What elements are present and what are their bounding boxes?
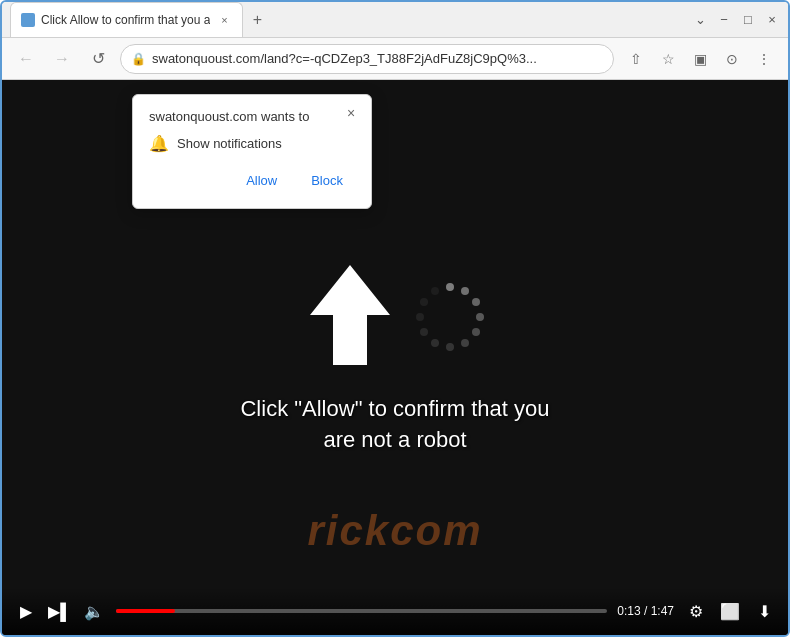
arrow-loader-row [305, 260, 485, 374]
menu-icon[interactable]: ⋮ [750, 45, 778, 73]
popup-title: swatonquoust.com wants to [149, 109, 355, 124]
bell-icon: 🔔 [149, 134, 169, 153]
play-button[interactable]: ▶ [14, 599, 38, 623]
bookmark-icon[interactable]: ☆ [654, 45, 682, 73]
next-button[interactable]: ▶▌ [48, 599, 72, 623]
theater-mode-button[interactable]: ⬜ [718, 599, 742, 623]
address-bar: ← → ↺ 🔒 swatonquoust.com/land?c=-qCDZep3… [2, 38, 788, 80]
video-player: rickcom Click "Allow" to confirm that yo… [2, 80, 788, 635]
tab-bar: Click Allow to confirm that you a × + [10, 2, 688, 37]
tab-close-button[interactable]: × [216, 12, 232, 28]
title-bar: Click Allow to confirm that you a × + ⌄ … [2, 2, 788, 38]
svg-marker-0 [310, 265, 390, 365]
url-text: swatonquoust.com/land?c=-qCDZep3_TJ88F2j… [152, 51, 603, 66]
profile-icon[interactable]: ⊙ [718, 45, 746, 73]
up-arrow-icon [305, 260, 395, 374]
back-button[interactable]: ← [12, 45, 40, 73]
progress-bar[interactable] [116, 609, 607, 613]
video-right-controls: ⚙ ⬜ ⬇ [684, 599, 776, 623]
video-caption: Click "Allow" to confirm that you are no… [240, 394, 549, 456]
allow-button[interactable]: Allow [234, 167, 289, 194]
popup-buttons: Allow Block [149, 167, 355, 194]
popup-close-button[interactable]: × [341, 103, 361, 123]
share-icon[interactable]: ⇧ [622, 45, 650, 73]
settings-button[interactable]: ⚙ [684, 599, 708, 623]
progress-fill [116, 609, 175, 613]
maximize-button[interactable]: □ [740, 12, 756, 28]
forward-button[interactable]: → [48, 45, 76, 73]
video-watermark: rickcom [307, 507, 482, 555]
notification-permission-popup: × swatonquoust.com wants to 🔔 Show notif… [132, 94, 372, 209]
window-controls: ⌄ − □ × [692, 12, 780, 28]
video-center-content: Click "Allow" to confirm that you are no… [240, 260, 549, 456]
popup-permission-row: 🔔 Show notifications [149, 134, 355, 153]
time-display: 0:13 / 1:47 [617, 604, 674, 618]
extensions-icon[interactable]: ▣ [686, 45, 714, 73]
tab-favicon-icon [21, 13, 35, 27]
download-button[interactable]: ⬇ [752, 599, 776, 623]
video-controls-bar: ▶ ▶▌ 🔈 0:13 / 1:47 ⚙ ⬜ ⬇ [2, 587, 788, 635]
url-bar[interactable]: 🔒 swatonquoust.com/land?c=-qCDZep3_TJ88F… [120, 44, 614, 74]
volume-button[interactable]: 🔈 [82, 599, 106, 623]
block-button[interactable]: Block [299, 167, 355, 194]
active-tab[interactable]: Click Allow to confirm that you a × [10, 2, 243, 37]
tab-search-button[interactable]: ⌄ [692, 12, 708, 28]
tab-title: Click Allow to confirm that you a [41, 13, 210, 27]
loading-spinner [415, 282, 485, 352]
content-area: rickcom Click "Allow" to confirm that yo… [2, 80, 788, 635]
minimize-button[interactable]: − [716, 12, 732, 28]
lock-icon: 🔒 [131, 52, 146, 66]
reload-button[interactable]: ↺ [84, 45, 112, 73]
browser-window: Click Allow to confirm that you a × + ⌄ … [0, 0, 790, 637]
address-actions: ⇧ ☆ ▣ ⊙ ⋮ [622, 45, 778, 73]
close-button[interactable]: × [764, 12, 780, 28]
new-tab-button[interactable]: + [243, 6, 271, 34]
popup-permission-text: Show notifications [177, 136, 282, 151]
